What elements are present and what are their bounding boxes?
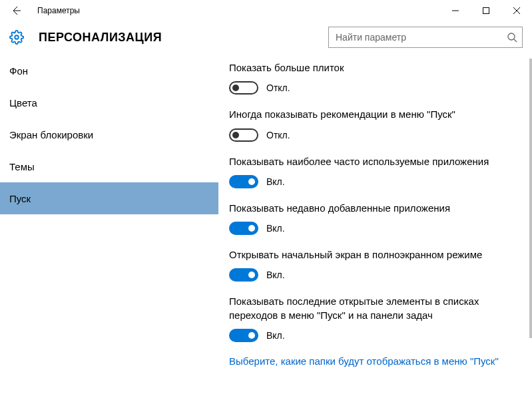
page-title: ПЕРСОНАЛИЗАЦИЯ [39,31,162,45]
toggle-state-label: Вкл. [266,330,285,341]
toggle-state-label: Откл. [266,83,290,93]
search-icon [507,32,517,43]
sidebar-item-themes[interactable]: Темы [0,150,218,182]
toggle-state-label: Вкл. [266,223,285,234]
maximize-button[interactable] [471,0,501,21]
sidebar-item-label: Фон [9,65,28,77]
setting-label: Показывать недавно добавленные приложени… [229,202,509,215]
sidebar-item-label: Цвета [9,97,37,108]
setting-fullscreen: Открывать начальный экран в полноэкранно… [229,248,519,282]
toggle-more-tiles[interactable] [229,81,258,95]
titlebar: Параметры [0,0,532,21]
sidebar: Фон Цвета Экран блокировки Темы Пуск [0,53,218,402]
sidebar-item-label: Темы [9,161,35,172]
gear-icon [9,30,24,45]
toggle-state-label: Вкл. [266,270,285,280]
toggle-fullscreen[interactable] [229,268,258,282]
close-button[interactable] [501,0,532,21]
sidebar-item-background[interactable]: Фон [0,55,218,87]
scrollbar-thumb[interactable] [529,59,532,338]
sidebar-item-start[interactable]: Пуск [0,182,218,214]
svg-rect-1 [483,8,489,14]
arrow-left-icon [11,5,21,16]
setting-recommendations: Иногда показывать рекомендации в меню "П… [229,108,519,141]
toggle-most-used[interactable] [229,175,258,188]
setting-label: Открывать начальный экран в полноэкранно… [229,248,509,262]
setting-label: Показывать последние открытые элементы в… [229,295,509,322]
svg-point-4 [15,35,19,39]
sidebar-item-label: Пуск [9,193,31,204]
window-controls [440,0,532,21]
window-title: Параметры [37,6,80,15]
sidebar-item-label: Экран блокировки [9,129,93,140]
toggle-state-label: Вкл. [266,176,285,187]
setting-label: Показать больше плиток [229,61,509,75]
search-wrap [328,27,523,48]
choose-folders-link[interactable]: Выберите, какие папки будут отображаться… [229,355,519,367]
sidebar-item-colors[interactable]: Цвета [0,87,218,118]
setting-more-tiles: Показать больше плиток Откл. [229,61,519,95]
toggle-jumplist[interactable] [229,329,258,342]
minimize-icon [452,7,459,14]
sidebar-item-lockscreen[interactable]: Экран блокировки [0,118,218,150]
maximize-icon [483,7,489,14]
toggle-recommendations[interactable] [229,128,258,142]
minimize-button[interactable] [440,0,471,21]
header: ПЕРСОНАЛИЗАЦИЯ [0,21,532,53]
toggle-state-label: Откл. [266,130,290,140]
svg-point-5 [508,33,515,40]
close-icon [513,7,520,14]
setting-label: Иногда показывать рекомендации в меню "П… [229,108,509,121]
setting-most-used: Показывать наиболее часто используемые п… [229,155,519,188]
svg-line-6 [514,39,517,42]
setting-recently-added: Показывать недавно добавленные приложени… [229,202,519,235]
content-area: Показать больше плиток Откл. Иногда пока… [218,53,532,402]
toggle-recently-added[interactable] [229,222,258,235]
setting-jumplist: Показывать последние открытые элементы в… [229,295,519,342]
scrollbar[interactable] [529,53,532,402]
search-input[interactable] [328,27,523,48]
setting-label: Показывать наиболее часто используемые п… [229,155,509,168]
back-button[interactable] [0,0,32,21]
